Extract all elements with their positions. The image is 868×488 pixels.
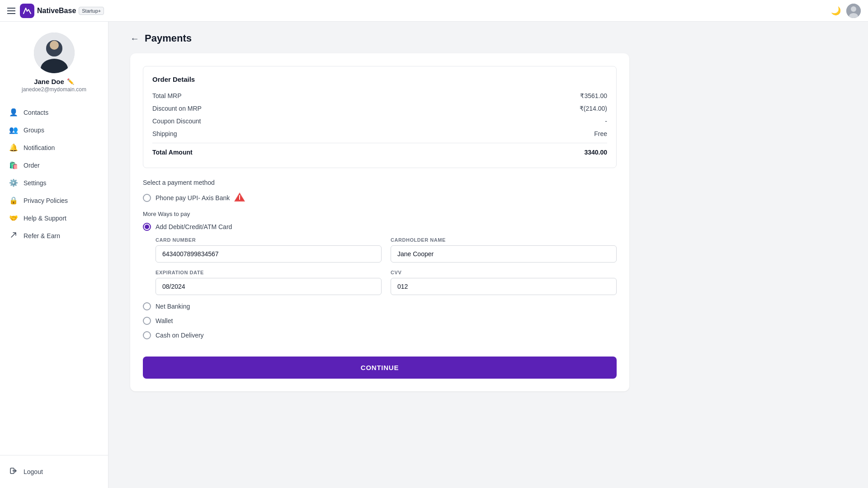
card-form: CARD NUMBER CARDHOLDER NAME EXPIRATION D… bbox=[156, 237, 617, 295]
svg-point-7 bbox=[50, 41, 59, 50]
wallet-option[interactable]: Wallet bbox=[143, 317, 617, 325]
order-row-coupon: Coupon Discount - bbox=[152, 115, 607, 127]
card-number-label: CARD NUMBER bbox=[156, 237, 382, 243]
sidebar-item-label: Help & Support bbox=[24, 215, 66, 222]
order-row-total: Total Amount 3340.00 bbox=[152, 143, 607, 159]
cod-label: Cash on Delivery bbox=[156, 332, 204, 339]
sidebar-item-help[interactable]: 🤝 Help & Support bbox=[0, 209, 108, 227]
svg-point-1 bbox=[851, 6, 856, 12]
card-number-group: CARD NUMBER bbox=[156, 237, 382, 263]
payments-card: Order Details Total MRP ₹3561.00 Discoun… bbox=[130, 53, 629, 391]
wallet-label: Wallet bbox=[156, 317, 173, 324]
order-row-value: - bbox=[605, 117, 607, 125]
logo-text: NativeBase bbox=[37, 7, 76, 15]
settings-icon: ⚙️ bbox=[9, 178, 18, 187]
upi-radio[interactable] bbox=[143, 194, 151, 202]
edit-profile-icon[interactable]: ✏️ bbox=[67, 78, 74, 85]
total-value: 3340.00 bbox=[584, 149, 607, 156]
topbar-left: NativeBase Startup+ bbox=[7, 4, 104, 18]
profile-name: Jane Doe ✏️ bbox=[34, 78, 74, 85]
card-radio[interactable] bbox=[143, 223, 151, 231]
continue-button[interactable]: CONTINUE bbox=[143, 357, 617, 379]
sidebar-item-contacts[interactable]: 👤 Contacts bbox=[0, 103, 108, 121]
sidebar-nav: 👤 Contacts 👥 Groups 🔔 Notification 🛍️ Or… bbox=[0, 100, 108, 455]
order-row-label: Shipping bbox=[152, 130, 177, 137]
sidebar-item-label: Order bbox=[24, 162, 40, 169]
cvv-input[interactable] bbox=[391, 278, 617, 295]
cvv-group: CVV bbox=[391, 270, 617, 295]
sidebar-profile: Jane Doe ✏️ janedoe2@mydomain.com bbox=[0, 22, 108, 100]
logo-box: NativeBase Startup+ bbox=[20, 4, 104, 18]
user-avatar-topbar[interactable] bbox=[846, 4, 861, 18]
sidebar-bottom: Logout bbox=[0, 455, 108, 488]
cvv-label: CVV bbox=[391, 270, 617, 275]
cod-option[interactable]: Cash on Delivery bbox=[143, 331, 617, 339]
dark-mode-icon[interactable]: 🌙 bbox=[831, 6, 841, 16]
logo-badge: Startup+ bbox=[79, 7, 104, 15]
sidebar-item-label: Groups bbox=[24, 127, 44, 134]
order-details-box: Order Details Total MRP ₹3561.00 Discoun… bbox=[143, 66, 617, 168]
wallet-radio[interactable] bbox=[143, 317, 151, 325]
card-number-input[interactable] bbox=[156, 245, 382, 263]
sidebar-item-label: Contacts bbox=[24, 109, 48, 116]
card-option[interactable]: Add Debit/Credit/ATM Card bbox=[143, 223, 617, 231]
expiry-group: EXPIRATION DATE bbox=[156, 270, 382, 295]
sidebar-item-refer[interactable]: Refer & Earn bbox=[0, 227, 108, 245]
sidebar-item-order[interactable]: 🛍️ Order bbox=[0, 156, 108, 174]
page-title: Payments bbox=[145, 33, 192, 44]
cardholder-label: CARDHOLDER NAME bbox=[391, 237, 617, 243]
upi-icon bbox=[234, 192, 245, 203]
order-row-mrp: Total MRP ₹3561.00 bbox=[152, 89, 607, 102]
sidebar-item-notification[interactable]: 🔔 Notification bbox=[0, 139, 108, 156]
logout-icon bbox=[9, 467, 18, 476]
sidebar-item-privacy[interactable]: 🔒 Privacy Policies bbox=[0, 192, 108, 209]
topbar: NativeBase Startup+ 🌙 bbox=[0, 0, 868, 22]
net-banking-radio[interactable] bbox=[143, 302, 151, 310]
order-row-label: Coupon Discount bbox=[152, 117, 201, 125]
sidebar-item-groups[interactable]: 👥 Groups bbox=[0, 121, 108, 139]
order-row-discount: Discount on MRP ₹(214.00) bbox=[152, 102, 607, 115]
content-area: ← Payments Order Details Total MRP ₹3561… bbox=[108, 22, 651, 402]
order-row-value: ₹3561.00 bbox=[580, 92, 607, 99]
contacts-icon: 👤 bbox=[9, 108, 18, 117]
sidebar-item-label: Notification bbox=[24, 144, 55, 151]
back-button[interactable]: ← bbox=[130, 33, 139, 44]
logout-item[interactable]: Logout bbox=[0, 463, 108, 481]
main-content: ← Payments Order Details Total MRP ₹3561… bbox=[108, 0, 868, 488]
order-row-shipping: Shipping Free bbox=[152, 127, 607, 140]
hamburger-menu[interactable] bbox=[7, 8, 15, 14]
expiry-cvv-row: EXPIRATION DATE CVV bbox=[156, 270, 617, 295]
net-banking-label: Net Banking bbox=[156, 303, 190, 310]
order-row-label: Discount on MRP bbox=[152, 105, 202, 112]
cod-radio[interactable] bbox=[143, 331, 151, 339]
notification-icon: 🔔 bbox=[9, 143, 18, 152]
logout-label: Logout bbox=[24, 468, 43, 475]
more-ways-label: More Ways to pay bbox=[143, 211, 617, 217]
sidebar-item-label: Privacy Policies bbox=[24, 197, 68, 204]
profile-email: janedoe2@mydomain.com bbox=[22, 86, 86, 93]
logo-icon bbox=[20, 4, 34, 18]
sidebar-item-label: Settings bbox=[24, 179, 47, 187]
order-row-value: Free bbox=[594, 130, 607, 137]
upi-label: Phone pay UPI- Axis Bank bbox=[156, 194, 230, 202]
order-icon: 🛍️ bbox=[9, 161, 18, 169]
privacy-icon: 🔒 bbox=[9, 196, 18, 205]
payment-section-title: Select a payment method bbox=[143, 179, 617, 186]
order-row-label: Total MRP bbox=[152, 92, 182, 99]
page-header: ← Payments bbox=[130, 33, 629, 44]
upi-option[interactable]: Phone pay UPI- Axis Bank bbox=[143, 192, 617, 203]
cardholder-group: CARDHOLDER NAME bbox=[391, 237, 617, 263]
card-number-row: CARD NUMBER CARDHOLDER NAME bbox=[156, 237, 617, 263]
total-label: Total Amount bbox=[152, 149, 193, 156]
cardholder-input[interactable] bbox=[391, 245, 617, 263]
sidebar: Jane Doe ✏️ janedoe2@mydomain.com 👤 Cont… bbox=[0, 0, 108, 488]
sidebar-item-settings[interactable]: ⚙️ Settings bbox=[0, 174, 108, 192]
order-row-value: ₹(214.00) bbox=[580, 105, 607, 112]
expiry-input[interactable] bbox=[156, 278, 382, 295]
topbar-right: 🌙 bbox=[831, 4, 861, 18]
expiry-label: EXPIRATION DATE bbox=[156, 270, 382, 275]
profile-avatar bbox=[34, 33, 75, 73]
net-banking-option[interactable]: Net Banking bbox=[143, 302, 617, 310]
card-label: Add Debit/Credit/ATM Card bbox=[156, 223, 232, 230]
help-icon: 🤝 bbox=[9, 214, 18, 222]
